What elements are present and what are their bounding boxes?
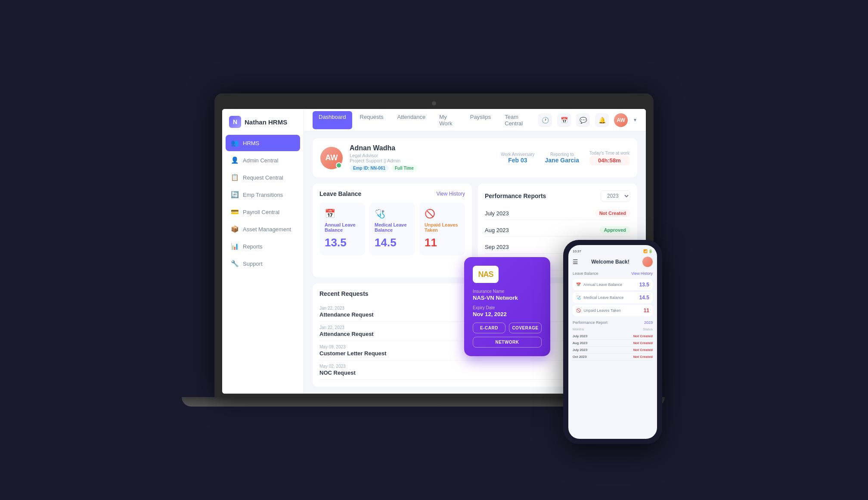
sidebar-item-label: HRMS (243, 140, 259, 146)
phone-medical-leave: 🩺 Medical Leave Balance 14.5 (573, 292, 653, 303)
nav-tabs: Dashboard Requests Attendance My Work Pa… (313, 111, 536, 129)
insurance-buttons: E-CARD COVERAGE NETWORK (473, 323, 542, 348)
medical-leave-value: 14.5 (375, 236, 410, 249)
tab-dashboard[interactable]: Dashboard (313, 111, 352, 129)
profile-badges: Emp ID: NN-061 Full Time (350, 165, 494, 171)
tab-mywork[interactable]: My Work (433, 111, 462, 129)
coverage-button[interactable]: COVERAGE (509, 323, 542, 333)
sidebar-item-reports[interactable]: 📊 Reports (226, 238, 300, 255)
unpaid-leave-value: 11 (425, 236, 460, 249)
request-name: Attendance Request (319, 331, 374, 337)
profile-role: Legal Advisor Project Support || Admin (350, 153, 494, 163)
phone-annual-leave: 📅 Annual Leave Balance 13.5 (573, 279, 653, 290)
perf-header: Performance Reports 2023 2022 (485, 190, 630, 202)
brand: N Nathan HRMS (222, 116, 304, 135)
phone-title: Welcome Back! (591, 259, 629, 265)
hrms-icon: 👥 (231, 139, 239, 147)
transition-icon: 🔄 (231, 191, 239, 199)
profile-name: Adnan Wadha (350, 144, 494, 152)
perf-month: Sep 2023 (485, 244, 509, 250)
sidebar-item-label: Emp Transitions (243, 192, 283, 198)
sidebar-item-hrms[interactable]: 👥 HRMS (226, 135, 300, 151)
request-icon: 📋 (231, 174, 239, 181)
leave-balance-card: Leave Balance View History 📅 Annual Leav… (313, 183, 472, 277)
medical-leave-icon: 🩺 (375, 208, 410, 219)
network-button[interactable]: NETWORK (473, 337, 542, 348)
request-date: Jan 22, 2023 (319, 325, 374, 330)
time-value: 04h:58m (589, 155, 629, 165)
work-anniversary: Work Anniversary Feb 03 (501, 152, 534, 164)
sidebar-item-emp-transitions[interactable]: 🔄 Emp Transitions (226, 186, 300, 203)
perf-title: Performance Reports (485, 193, 546, 199)
mobile-phone: 10:37 📶 🔋 ☰ Welcome Back! Leave Balance … (563, 240, 662, 444)
phone-avatar (642, 257, 653, 267)
insurance-name: NAS-VN Network (473, 295, 542, 301)
support-icon: 🔧 (231, 260, 239, 267)
phone-status-bar: 10:37 📶 🔋 (573, 249, 653, 253)
brand-logo: N (229, 116, 241, 128)
phone-screen: 10:37 📶 🔋 ☰ Welcome Back! Leave Balance … (568, 245, 657, 439)
request-name: Attendance Request (319, 311, 374, 318)
bell-icon-btn[interactable]: 🔔 (595, 113, 609, 127)
insurance-name-label: Insurance Name (473, 289, 542, 294)
topnav-icons: 🕐 📅 💬 🔔 AW ▼ (538, 113, 637, 127)
sidebar-item-label: Admin Central (243, 157, 278, 164)
ecard-button[interactable]: E-CARD (473, 323, 505, 333)
annual-leave-label: Annual Leave Balance (325, 222, 360, 233)
requests-title: Recent Requests (319, 290, 369, 297)
reports-icon: 📊 (231, 242, 239, 250)
sidebar-item-admin[interactable]: 👤 Admin Central (226, 152, 300, 168)
perf-month: July 2023 (485, 210, 509, 217)
chevron-down-icon[interactable]: ▼ (633, 118, 637, 122)
phone-medical-val: 14.5 (639, 295, 649, 301)
phone-unpaid-val: 11 (644, 307, 649, 314)
sidebar-item-label: Asset Management (243, 226, 291, 233)
annual-leave-value: 13.5 (325, 236, 360, 249)
leave-grid: 📅 Annual Leave Balance 13.5 🩺 Medical Le… (319, 202, 465, 255)
profile-meta: Work Anniversary Feb 03 Reporting to Jan… (501, 151, 629, 165)
emp-type-badge: Full Time (391, 165, 417, 171)
calendar-icon-btn[interactable]: 📅 (557, 113, 571, 127)
avatar: AW (320, 147, 343, 169)
year-select[interactable]: 2023 2022 (601, 190, 630, 202)
medical-leave-item: 🩺 Medical Leave Balance 14.5 (369, 202, 415, 255)
perf-status: Approved (600, 226, 630, 234)
tab-attendance[interactable]: Attendance (391, 111, 432, 129)
phone-view-history[interactable]: View History (631, 271, 653, 276)
profile-info: Adnan Wadha Legal Advisor Project Suppor… (350, 144, 494, 171)
expiry-label: Expiry Date (473, 305, 542, 310)
phone-topnav: ☰ Welcome Back! (573, 257, 653, 267)
insurance-card: NAS Insurance Name NAS-VN Network Expiry… (464, 257, 550, 356)
perf-row-july: July 2023 Not Created (485, 207, 630, 220)
tab-requests[interactable]: Requests (354, 111, 390, 129)
admin-icon: 👤 (231, 156, 239, 164)
sidebar-item-label: Request Central (243, 174, 283, 181)
sidebar-item-assets[interactable]: 📦 Asset Management (226, 221, 300, 237)
sidebar-item-label: Support (243, 261, 263, 267)
sidebar-item-request[interactable]: 📋 Request Central (226, 169, 300, 186)
request-date: May 02, 2023 (319, 364, 356, 369)
perf-status: Not Created (595, 209, 630, 217)
tab-payslips[interactable]: Payslips (464, 111, 497, 129)
top-navigation: Dashboard Requests Attendance My Work Pa… (304, 109, 646, 131)
work-anniversary-date: Feb 03 (501, 157, 534, 164)
phone-perf-row: July 2023 Not Created (573, 347, 653, 354)
unpaid-leave-item: 🚫 Unpaid Leaves Taken 11 (419, 202, 465, 255)
sidebar-item-support[interactable]: 🔧 Support (226, 255, 300, 272)
clock-icon-btn[interactable]: 🕐 (538, 113, 552, 127)
annual-leave-item: 📅 Annual Leave Balance 13.5 (319, 202, 365, 255)
phone-perf-row: Oct 2023 Not Created (573, 354, 653, 360)
hamburger-icon[interactable]: ☰ (573, 258, 578, 265)
tab-team-central[interactable]: Team Central (499, 111, 536, 129)
sidebar-item-payroll[interactable]: 💳 Payroll Central (226, 204, 300, 220)
sidebar-nav: 👥 HRMS 👤 Admin Central 📋 Request Central (222, 135, 304, 272)
phone-leave-section: Leave Balance View History 📅 Annual Leav… (573, 271, 653, 316)
view-history-link[interactable]: View History (437, 191, 465, 197)
annual-leave-icon: 📅 (325, 208, 360, 219)
sidebar-item-label: Payroll Central (243, 209, 279, 215)
leave-balance-title: Leave Balance (319, 190, 361, 197)
chat-icon-btn[interactable]: 💬 (576, 113, 590, 127)
payroll-icon: 💳 (231, 208, 239, 216)
user-avatar[interactable]: AW (614, 113, 628, 127)
request-name: NOC Request (319, 370, 356, 376)
